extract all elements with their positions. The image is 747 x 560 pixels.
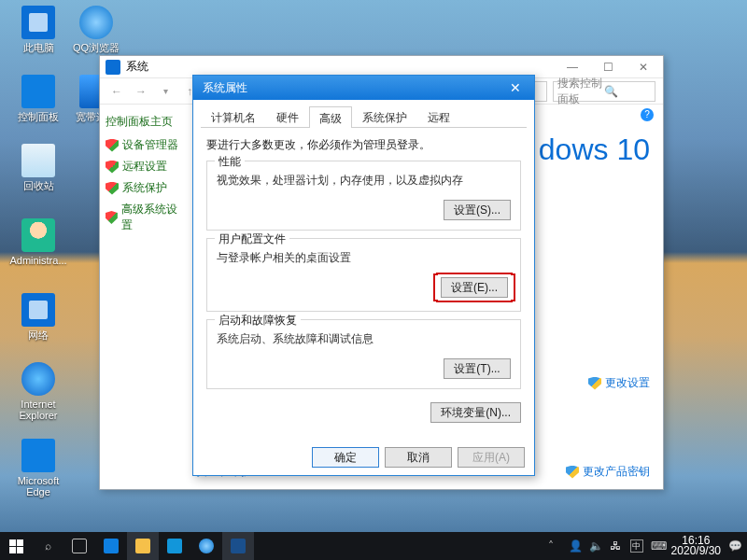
- group-performance: 性能 视觉效果，处理器计划，内存使用，以及虚拟内存 设置(S)...: [206, 161, 521, 231]
- sidebar-item-protection[interactable]: 系统保护: [106, 180, 183, 196]
- close-button[interactable]: ✕: [626, 57, 661, 77]
- system-tray: ˄ 👤 🔈 🖧 中 ⌨ 16:16 2020/9/30 💬: [548, 536, 747, 556]
- tray-network-icon[interactable]: 🖧: [610, 539, 623, 553]
- taskbar-app-store[interactable]: [159, 532, 190, 560]
- taskbar-app-edge[interactable]: [95, 532, 127, 560]
- close-button[interactable]: ✕: [497, 76, 534, 100]
- tab-advanced[interactable]: 高级: [309, 106, 352, 128]
- tray-ime-icon[interactable]: 中: [630, 539, 643, 553]
- sidebar-item-label: 高级系统设置: [121, 202, 183, 233]
- shield-icon: [106, 211, 118, 224]
- desktop-icon-qq-browser[interactable]: QQ浏览器: [63, 6, 129, 53]
- group-title: 用户配置文件: [215, 231, 289, 247]
- link-label: 更改产品密钥: [583, 464, 650, 480]
- taskbar: ⌕ ˄ 👤 🔈 🖧 中 ⌨ 16:16 2020/9/30 💬: [0, 532, 747, 560]
- control-panel-icon: [21, 75, 55, 108]
- ok-button[interactable]: 确定: [312, 447, 379, 468]
- explorer-icon: [135, 539, 150, 553]
- group-title: 启动和故障恢复: [215, 313, 301, 329]
- group-title: 性能: [215, 154, 245, 170]
- system-icon: [231, 539, 246, 553]
- change-settings-link[interactable]: 更改设置: [588, 375, 650, 391]
- desktop-icon-label: Administra...: [6, 255, 71, 266]
- task-view-button[interactable]: [63, 532, 95, 560]
- admin-note: 要进行大多数更改，你必须作为管理员登录。: [206, 137, 521, 153]
- desktop-icon-label: 回收站: [6, 180, 71, 191]
- task-view-icon: [72, 539, 87, 553]
- group-startup-recovery: 启动和故障恢复 系统启动、系统故障和调试信息 设置(T)...: [206, 319, 521, 389]
- qq-icon: [199, 539, 214, 553]
- windows-brand: dows 10: [539, 133, 650, 167]
- tab-computer-name[interactable]: 计算机名: [201, 105, 266, 127]
- search-button[interactable]: ⌕: [32, 532, 63, 560]
- action-center-button[interactable]: 💬: [728, 539, 741, 553]
- group-text: 与登录帐户相关的桌面设置: [217, 250, 511, 266]
- performance-settings-button[interactable]: 设置(S)...: [444, 200, 511, 220]
- desktop-icon-ie[interactable]: Internet Explorer: [6, 362, 71, 421]
- forward-button[interactable]: →: [132, 82, 150, 101]
- shield-icon: [588, 377, 601, 390]
- history-dropdown[interactable]: ▾: [156, 82, 175, 101]
- sidebar: 控制面板主页 设备管理器 远程设置 系统保护 高级系统设置: [100, 105, 189, 489]
- tray-keyboard-icon[interactable]: ⌨: [651, 539, 664, 553]
- shield-icon: [106, 161, 119, 174]
- startup-settings-button[interactable]: 设置(T)...: [444, 358, 511, 379]
- taskbar-app-browser[interactable]: [190, 532, 222, 560]
- desktop-icon-this-pc[interactable]: 此电脑: [6, 6, 71, 53]
- system-title: 系统: [126, 59, 148, 75]
- desktop-icon-network[interactable]: 网络: [6, 293, 71, 341]
- taskbar-app-system[interactable]: [222, 532, 254, 560]
- group-text: 视觉效果，处理器计划，内存使用，以及虚拟内存: [217, 173, 511, 189]
- search-icon: ⌕: [45, 539, 51, 553]
- sidebar-item-remote[interactable]: 远程设置: [106, 159, 183, 175]
- back-button[interactable]: ←: [107, 82, 126, 101]
- highlight-box: 设置(E)...: [438, 278, 511, 297]
- apply-button[interactable]: 应用(A): [458, 447, 525, 468]
- tab-remote[interactable]: 远程: [417, 105, 460, 127]
- minimize-button[interactable]: —: [555, 57, 590, 77]
- dialog-actions: 确定 取消 应用(A): [312, 447, 525, 468]
- ie-icon: [21, 362, 55, 396]
- desktop-icon-label: 控制面板: [6, 111, 71, 122]
- desktop-icon-control-panel[interactable]: 控制面板: [6, 75, 71, 122]
- group-user-profiles: 用户配置文件 与登录帐户相关的桌面设置 设置(E)...: [206, 238, 521, 312]
- dialog-titlebar[interactable]: 系统属性 ✕: [193, 76, 534, 100]
- tray-people-icon[interactable]: 👤: [569, 539, 582, 553]
- recycle-bin-icon: [21, 144, 55, 177]
- clock[interactable]: 16:16 2020/9/30: [671, 536, 721, 556]
- desktop-icon-recycle-bin[interactable]: 回收站: [6, 144, 71, 191]
- tab-hardware[interactable]: 硬件: [266, 105, 309, 127]
- tab-protection[interactable]: 系统保护: [352, 105, 417, 127]
- store-icon: [167, 539, 182, 553]
- network-icon: [21, 293, 55, 327]
- taskbar-app-explorer[interactable]: [127, 532, 159, 560]
- desktop-icon-edge[interactable]: Microsoft Edge: [6, 439, 71, 497]
- dialog-title: 系统属性: [203, 80, 497, 96]
- link-label: 更改设置: [605, 375, 650, 391]
- search-icon: 🔍: [604, 85, 651, 98]
- cancel-button[interactable]: 取消: [385, 447, 452, 468]
- dialog-body: 要进行大多数更改，你必须作为管理员登录。 性能 视觉效果，处理器计划，内存使用，…: [193, 128, 534, 400]
- edge-icon: [104, 539, 119, 553]
- desktop-icon-label: 此电脑: [6, 42, 71, 53]
- monitor-icon: [21, 6, 55, 39]
- search-input[interactable]: 搜索控制面板 🔍: [553, 81, 655, 102]
- tray-chevron-up-icon[interactable]: ˄: [548, 539, 561, 553]
- sidebar-item-advanced[interactable]: 高级系统设置: [106, 202, 183, 233]
- tray-volume-icon[interactable]: 🔈: [589, 539, 602, 553]
- tab-strip: 计算机名 硬件 高级 系统保护 远程: [201, 105, 527, 128]
- start-button[interactable]: [0, 532, 32, 560]
- desktop-icon-administrator[interactable]: Administra...: [6, 218, 71, 266]
- sidebar-item-label: 系统保护: [122, 180, 167, 196]
- search-placeholder: 搜索控制面板: [557, 76, 604, 107]
- environment-variables-button[interactable]: 环境变量(N)...: [430, 402, 521, 423]
- sidebar-item-device-manager[interactable]: 设备管理器: [106, 137, 183, 153]
- sidebar-item-label: 设备管理器: [122, 137, 178, 153]
- shield-icon: [106, 182, 119, 195]
- change-key-link[interactable]: 更改产品密钥: [566, 464, 650, 480]
- desktop-icon-label: QQ浏览器: [63, 42, 129, 53]
- maximize-button[interactable]: ☐: [590, 57, 626, 77]
- date: 2020/9/30: [671, 546, 721, 556]
- desktop-icon-label: 网络: [6, 329, 71, 341]
- user-profiles-settings-button[interactable]: 设置(E)...: [441, 277, 508, 298]
